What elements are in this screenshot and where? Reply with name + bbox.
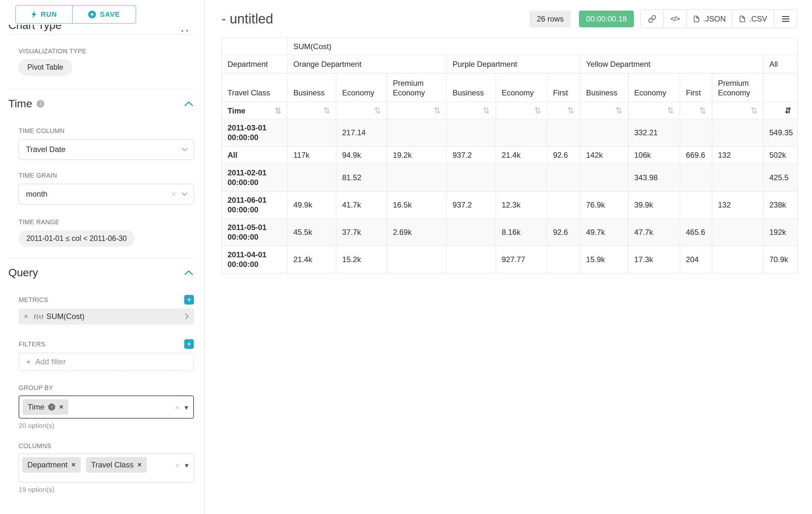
metric-chip[interactable]: × ƒ(x) SUM(Cost) (19, 308, 194, 324)
save-button[interactable]: SAVE (72, 5, 136, 23)
department-label-cell: Department (222, 55, 288, 74)
pivot-cell: 49.7k (580, 219, 629, 246)
sort-icon[interactable]: ⇅ (374, 106, 381, 115)
column-sort-cell-active[interactable]: ⇵ (763, 103, 798, 119)
time-column-select[interactable]: Travel Date (19, 139, 194, 160)
sort-icon[interactable]: ⇅ (483, 106, 490, 115)
pivot-cell (680, 119, 712, 146)
sort-icon[interactable]: ⇅ (699, 106, 706, 115)
pivot-cell: 41.7k (336, 191, 387, 219)
pivot-table: SUM(Cost) Department Orange Department P… (222, 38, 798, 273)
column-sort-cell[interactable]: ⇅ (680, 103, 712, 119)
code-icon: </> (670, 15, 680, 23)
pivot-cell: 2.69k (387, 219, 447, 246)
pivot-cell: 343.98 (629, 164, 680, 191)
column-sort-cell[interactable]: ⇅ (496, 103, 547, 119)
pivot-cell: 21.4k (496, 146, 547, 164)
time-range-pill[interactable]: 2011-01-01 ≤ col < 2011-06-30 (19, 230, 135, 247)
sort-icon[interactable]: ⇅ (667, 106, 674, 115)
embed-code-button[interactable]: </> (663, 10, 687, 28)
time-section-header[interactable]: Time i (8, 97, 194, 110)
pivot-cell (447, 219, 496, 246)
column-sort-cell[interactable]: ⇅ (288, 103, 336, 119)
plus-icon: + (26, 357, 31, 367)
column-group-header: Purple Department (447, 55, 580, 74)
sort-desc-icon[interactable]: ⇵ (784, 106, 791, 115)
pivot-cell (387, 119, 447, 146)
pivot-cell (712, 246, 763, 273)
clear-all-icon[interactable]: × (175, 403, 179, 412)
sort-icon[interactable]: ⇅ (615, 106, 622, 115)
remove-chip-icon[interactable]: × (59, 403, 63, 411)
add-filter-button[interactable]: + (184, 339, 194, 349)
info-icon: i (37, 100, 44, 108)
pivot-cell: 8.16k (496, 219, 547, 246)
time-grain-select[interactable]: month × (19, 184, 194, 204)
chart-header: - untitled 26 rows 00:00:00.18 </> .J (222, 10, 797, 28)
pivot-cell: 47.7k (629, 219, 680, 246)
file-icon (693, 15, 700, 23)
clear-icon[interactable]: × (171, 189, 176, 199)
column-sort-cell[interactable]: ⇅ (447, 103, 496, 119)
export-csv-button[interactable]: .CSV (732, 10, 774, 28)
viz-type-pill[interactable]: Pivot Table (19, 59, 72, 75)
columns-options-hint: 19 option(s) (19, 486, 194, 493)
remove-metric-icon[interactable]: × (24, 312, 28, 321)
sort-icon[interactable]: ⇅ (434, 106, 441, 115)
pivot-cell (547, 164, 580, 191)
column-sort-cell[interactable]: ⇅ (712, 103, 763, 119)
column-class-header: Business (288, 74, 336, 103)
sort-icon[interactable]: ⇅ (567, 106, 574, 115)
travel-class-header-row: Travel Class Business Economy Premium Ec… (222, 74, 798, 103)
column-class-header (763, 74, 798, 103)
chart-title[interactable]: - untitled (222, 11, 273, 27)
pivot-row: 2011-02-01 00:00:00 81.52 343.98 425.5 (222, 164, 798, 191)
pivot-cell: 217.14 (336, 119, 387, 146)
export-json-button[interactable]: .JSON (687, 10, 732, 28)
group-by-chip[interactable]: Time i × (23, 399, 68, 415)
remove-chip-icon[interactable]: × (137, 461, 142, 469)
export-csv-label: .CSV (749, 15, 767, 23)
pivot-cell: 132 (712, 191, 763, 219)
time-sort-cell[interactable]: Time⇅ (222, 103, 288, 119)
column-sort-cell[interactable]: ⇅ (387, 103, 447, 119)
menu-button[interactable] (774, 10, 797, 28)
column-sort-cell[interactable]: ⇅ (336, 103, 387, 119)
copy-link-button[interactable] (640, 10, 664, 28)
columns-select[interactable]: Department × Travel Class × × ▾ (19, 454, 194, 483)
sort-icon[interactable]: ⇅ (274, 106, 282, 116)
query-section-header[interactable]: Query (8, 266, 194, 279)
clear-all-icon[interactable]: × (175, 461, 180, 470)
section-divider (8, 89, 194, 89)
pivot-row: 2011-04-01 00:00:00 21.4k 15.2k 927.77 1… (222, 246, 798, 273)
save-button-label: SAVE (100, 10, 120, 19)
column-class-header: Economy (336, 74, 387, 103)
add-metric-button[interactable]: + (184, 295, 194, 304)
department-header-row: Department Orange Department Purple Depa… (222, 55, 798, 74)
chevron-up-icon[interactable] (184, 270, 193, 275)
hamburger-icon (782, 16, 789, 22)
columns-chip[interactable]: Travel Class × (86, 457, 147, 472)
pivot-cell: 45.5k (288, 219, 336, 246)
pivot-cell: 549.35 (763, 119, 798, 146)
column-sort-cell[interactable]: ⇅ (629, 103, 680, 119)
pivot-cell (387, 164, 447, 191)
pivot-cell: 39.9k (629, 191, 680, 219)
sort-icon[interactable]: ⇅ (323, 106, 330, 115)
query-section-title: Query (8, 266, 38, 279)
remove-chip-icon[interactable]: × (71, 461, 76, 469)
sort-icon[interactable]: ⇅ (534, 106, 541, 115)
column-class-header: Business (580, 74, 629, 103)
sort-icon[interactable]: ⇅ (750, 106, 757, 115)
group-by-select[interactable]: Time i × × ▾ (19, 396, 194, 418)
pivot-cell: 92.6 (547, 219, 580, 246)
column-sort-cell[interactable]: ⇅ (580, 103, 629, 119)
run-button[interactable]: RUN (16, 5, 72, 23)
pivot-cell: 76.9k (580, 191, 629, 219)
add-filter-dropzone[interactable]: + Add filter (19, 353, 194, 371)
columns-chip[interactable]: Department × (22, 457, 81, 472)
chevron-up-icon[interactable] (184, 101, 193, 106)
column-sort-cell[interactable]: ⇅ (547, 103, 580, 119)
pivot-cell: 15.2k (336, 246, 387, 273)
column-group-header: Orange Department (288, 55, 447, 74)
